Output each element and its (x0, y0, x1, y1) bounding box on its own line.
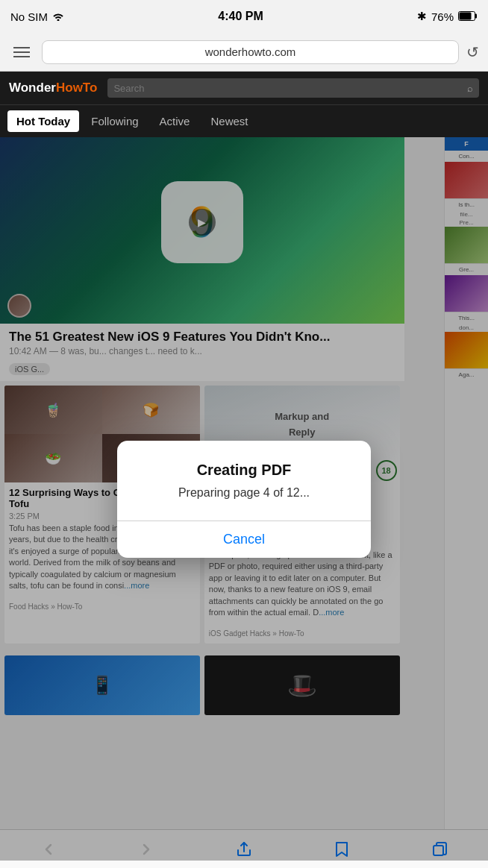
nav-tabs: Hot Today Following Active Newest (0, 104, 488, 137)
status-left: No SIM (10, 10, 64, 23)
svg-rect-1 (475, 13, 477, 18)
search-bar[interactable]: ⌕ (107, 78, 479, 98)
browser-bar: wonderhowto.com ↺ (0, 33, 488, 72)
search-input[interactable] (113, 83, 467, 94)
logo-wonder: Wonder (9, 81, 56, 95)
battery-icon (458, 10, 478, 23)
tab-newest[interactable]: Newest (201, 110, 257, 132)
menu-button[interactable] (9, 43, 34, 62)
site-header: WonderHowTo ⌕ (0, 72, 488, 104)
cancel-button[interactable]: Cancel (117, 521, 371, 558)
tab-following[interactable]: Following (82, 110, 147, 132)
status-right: ✱ 76% (417, 10, 478, 23)
modal-body: Creating PDF Preparing page 4 of 12... (117, 441, 371, 521)
tab-active[interactable]: Active (151, 110, 199, 132)
url-bar[interactable]: wonderhowto.com (42, 40, 459, 64)
creating-pdf-modal: Creating PDF Preparing page 4 of 12... C… (117, 441, 371, 558)
modal-title: Creating PDF (140, 462, 348, 479)
status-time: 4:40 PM (218, 10, 263, 23)
svg-rect-2 (459, 12, 471, 19)
hamburger-line (13, 51, 30, 53)
modal-message: Preparing page 4 of 12... (140, 486, 348, 500)
carrier-label: No SIM (10, 10, 48, 23)
hamburger-line (13, 56, 30, 57)
site-logo: WonderHowTo (9, 81, 97, 95)
hamburger-line (13, 47, 30, 48)
bluetooth-icon: ✱ (417, 10, 427, 23)
modal-actions: Cancel (117, 521, 371, 558)
refresh-button[interactable]: ↺ (466, 43, 479, 61)
tab-hot-today[interactable]: Hot Today (7, 110, 79, 132)
logo-howto: HowTo (56, 81, 97, 95)
content-area: 9 ▶ The 51 Greatest New iOS 9 Features Y… (0, 137, 488, 861)
battery-label: 76% (431, 10, 454, 23)
wifi-icon (52, 10, 64, 23)
search-icon: ⌕ (467, 83, 473, 94)
modal-overlay: Creating PDF Preparing page 4 of 12... C… (0, 137, 488, 861)
status-bar: No SIM 4:40 PM ✱ 76% (0, 0, 488, 33)
url-text: wonderhowto.com (205, 45, 296, 58)
